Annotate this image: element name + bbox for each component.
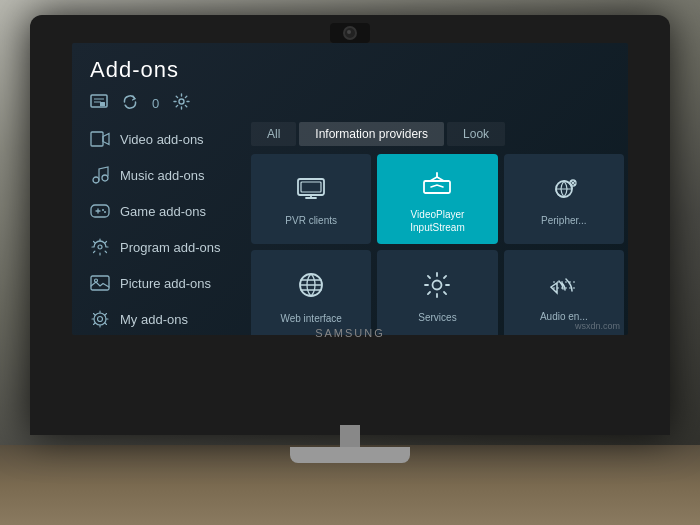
svg-rect-3 (91, 132, 103, 146)
video-icon (90, 129, 110, 149)
svg-point-4 (93, 177, 99, 183)
sidebar-label-program: Program add-ons (120, 240, 220, 255)
badge-count: 0 (152, 96, 159, 111)
sidebar-label-my: My add-ons (120, 312, 188, 327)
picture-icon (90, 273, 110, 293)
tab-look[interactable]: Look (447, 122, 505, 146)
services-label: Services (418, 311, 456, 324)
peripheral-label: Peripher... (541, 214, 587, 227)
my-addons-icon (90, 309, 110, 329)
addon-grid: PVR clients (247, 154, 628, 335)
sidebar-label-video: Video add-ons (120, 132, 204, 147)
sidebar-item-video[interactable]: Video add-ons (82, 122, 237, 156)
audioen-icon (549, 273, 579, 302)
webcam-lens (343, 26, 357, 40)
webinterface-icon (297, 271, 325, 304)
webcam (330, 23, 370, 43)
screen: Add-ons (72, 43, 628, 335)
brand-label: SAMSUNG (315, 327, 385, 339)
pvr-icon (296, 177, 326, 206)
svg-rect-1 (100, 102, 105, 106)
program-icon (90, 237, 110, 257)
settings-icon[interactable] (173, 93, 190, 114)
tile-pvr[interactable]: PVR clients (251, 154, 371, 244)
videoplayer-icon (422, 171, 452, 200)
kodi-sidebar: Video add-ons Music add-ons (72, 122, 247, 335)
sidebar-item-picture[interactable]: Picture add-ons (82, 266, 237, 300)
videoplayer-label: VideoPlayer InputStream (385, 208, 489, 234)
svg-point-12 (98, 317, 103, 322)
monitor-stand-base (290, 447, 410, 463)
pvr-label: PVR clients (285, 214, 337, 227)
tile-videoplayer[interactable]: VideoPlayer InputStream (377, 154, 497, 244)
svg-point-20 (433, 281, 442, 290)
refresh-icon[interactable] (122, 94, 138, 114)
svg-point-5 (102, 175, 108, 181)
kodi-header: Add-ons (72, 43, 628, 122)
kodi-main: Video add-ons Music add-ons (72, 122, 628, 335)
svg-rect-10 (91, 276, 109, 290)
filter-tabs: All Information providers Look (247, 122, 628, 146)
sidebar-item-my[interactable]: My add-ons (82, 302, 237, 335)
tile-services[interactable]: Services (377, 250, 497, 335)
sidebar-item-game[interactable]: Game add-ons (82, 194, 237, 228)
game-icon (90, 201, 110, 221)
svg-point-9 (98, 245, 102, 249)
music-icon (90, 165, 110, 185)
svg-rect-16 (424, 181, 450, 193)
kodi-ui: Add-ons (72, 43, 628, 335)
sidebar-label-music: Music add-ons (120, 168, 205, 183)
peripheral-icon (549, 177, 579, 206)
page-title: Add-ons (90, 57, 610, 83)
svg-rect-15 (301, 182, 321, 192)
tile-peripheral[interactable]: Peripher... (504, 154, 624, 244)
svg-point-8 (104, 211, 106, 213)
sidebar-item-program[interactable]: Program add-ons (82, 230, 237, 264)
sidebar-label-game: Game add-ons (120, 204, 206, 219)
svg-point-2 (179, 99, 184, 104)
kodi-toolbar: 0 (90, 93, 610, 114)
tile-webinterface[interactable]: Web interface (251, 250, 371, 335)
tab-all[interactable]: All (251, 122, 296, 146)
tab-information[interactable]: Information providers (299, 122, 444, 146)
kodi-content: All Information providers Look (247, 122, 628, 335)
svg-point-7 (102, 209, 104, 211)
webinterface-label: Web interface (280, 312, 342, 325)
monitor-bezel: Add-ons (30, 15, 670, 435)
sidebar-label-picture: Picture add-ons (120, 276, 211, 291)
sidebar-item-music[interactable]: Music add-ons (82, 158, 237, 192)
install-zip-icon[interactable] (90, 94, 108, 114)
svg-rect-14 (298, 179, 324, 195)
services-icon (424, 272, 450, 303)
watermark: wsxdn.com (575, 321, 620, 331)
